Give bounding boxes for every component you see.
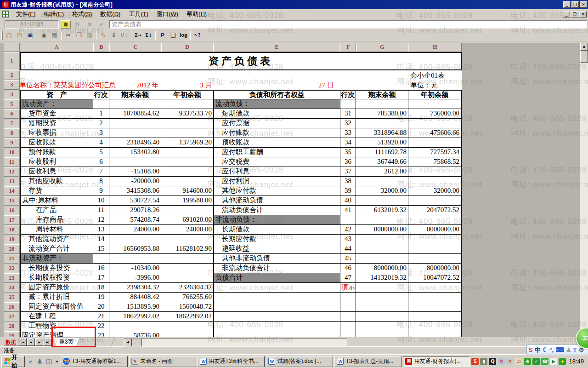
close-button[interactable]: ✕ bbox=[580, 1, 587, 8]
cell-a12[interactable]: 应收利息 bbox=[20, 167, 93, 177]
cell-d17[interactable]: 691020.00 bbox=[161, 215, 213, 225]
cell-d27[interactable]: 18622992.02 bbox=[161, 312, 213, 322]
cell-h7[interactable] bbox=[408, 119, 462, 128]
cell-f19[interactable]: 43 bbox=[340, 235, 356, 244]
network-error-icon[interactable]: ✕ bbox=[498, 358, 505, 365]
cell-g6[interactable]: 785380.00 bbox=[356, 109, 408, 119]
row-number[interactable]: 12 bbox=[4, 167, 20, 177]
page-icon[interactable]: ❏ bbox=[168, 30, 178, 40]
cell-b5[interactable] bbox=[93, 99, 109, 109]
punctuation-icon[interactable]: °, bbox=[549, 345, 554, 355]
cell-d21[interactable] bbox=[161, 254, 213, 264]
cell-h9[interactable] bbox=[408, 138, 462, 148]
cell-a21[interactable]: 非流动资产： bbox=[20, 254, 93, 264]
cell-f10[interactable]: 35 bbox=[340, 148, 356, 157]
help-icon[interactable]: ↖? bbox=[192, 30, 203, 40]
cell-h8[interactable]: 475606.66 bbox=[408, 128, 462, 138]
report-title[interactable]: 资产负债表 bbox=[20, 52, 462, 70]
cell-e25[interactable] bbox=[213, 293, 340, 302]
cell-b18[interactable]: 13 bbox=[93, 225, 109, 235]
cell-b14[interactable]: 9 bbox=[93, 186, 109, 196]
row-number[interactable]: 1 bbox=[4, 52, 20, 70]
cell-b24[interactable]: 18 bbox=[93, 283, 109, 293]
cell-b23[interactable]: 17 bbox=[93, 273, 109, 283]
cell-c8[interactable] bbox=[109, 128, 161, 138]
cell-e26[interactable] bbox=[213, 302, 340, 312]
quicklaunch-overflow-icon[interactable]: » bbox=[54, 358, 59, 364]
column-header-h[interactable]: H bbox=[408, 43, 462, 52]
menu-item-f[interactable]: 文件(F) bbox=[12, 9, 40, 19]
cell-c12[interactable]: -15108.00 bbox=[109, 167, 161, 177]
media-icon[interactable]: ▶ bbox=[550, 358, 557, 365]
cell-f16[interactable]: 41 bbox=[340, 206, 356, 215]
cell-f12[interactable]: 37 bbox=[340, 167, 356, 177]
column-header-c[interactable]: C bbox=[109, 43, 161, 52]
cell-f26[interactable] bbox=[340, 302, 356, 312]
sum-row-icon[interactable]: Σ→ bbox=[133, 30, 143, 40]
copy-icon[interactable]: ❐ bbox=[74, 30, 84, 40]
menu-item-h[interactable]: 帮助(H) bbox=[182, 9, 211, 19]
cell-e5[interactable]: 流动负债： bbox=[213, 99, 340, 109]
cell-h16[interactable]: 2047072.52 bbox=[408, 206, 462, 215]
cell-e15[interactable]: 其他流动负债 bbox=[213, 196, 340, 206]
cell-e18[interactable]: 长期借款 bbox=[213, 225, 340, 235]
tab-prev-icon[interactable]: ◀ bbox=[27, 338, 35, 346]
cell-e27[interactable] bbox=[213, 312, 340, 322]
cell-b9[interactable]: 4 bbox=[93, 138, 109, 148]
cell-a25[interactable]: 减：累计折旧 bbox=[20, 293, 93, 302]
cell-c17[interactable]: 574208.74 bbox=[109, 215, 161, 225]
header-asset[interactable]: 资 产 bbox=[20, 90, 93, 99]
cell-d19[interactable] bbox=[161, 235, 213, 244]
cell-g9[interactable]: 513920.00 bbox=[356, 138, 408, 148]
cell-d9[interactable]: 1375969.20 bbox=[161, 138, 213, 148]
cell-d25[interactable]: 766255.60 bbox=[161, 293, 213, 302]
taskbar-clock[interactable]: 18:49 bbox=[568, 358, 587, 365]
cell-d24[interactable]: 2326304.32 bbox=[161, 283, 213, 293]
row-number[interactable]: 29 bbox=[4, 331, 20, 337]
row-number[interactable]: 26 bbox=[4, 302, 20, 312]
cell-reference-box[interactable]: A1:H1@3 bbox=[5, 20, 59, 29]
cell-e22[interactable]: 非流动负债合计 bbox=[213, 264, 340, 273]
cell-c16[interactable]: 290718.26 bbox=[109, 206, 161, 215]
cell-d6[interactable]: 9337533.70 bbox=[161, 109, 213, 119]
cell-c25[interactable]: 884408.42 bbox=[109, 293, 161, 302]
cell-g17[interactable] bbox=[356, 215, 408, 225]
row-number[interactable]: 7 bbox=[4, 119, 20, 128]
cell-b27[interactable]: 21 bbox=[93, 312, 109, 322]
cell-f23[interactable]: 47 bbox=[340, 273, 356, 283]
row-number[interactable]: 27 bbox=[4, 312, 20, 322]
cell-e13[interactable]: 应付利润 bbox=[213, 177, 340, 186]
format-painter-icon[interactable]: ✎ bbox=[98, 30, 108, 40]
cell-d29[interactable] bbox=[161, 331, 213, 337]
row-number[interactable]: 17 bbox=[4, 215, 20, 225]
row-number[interactable]: 18 bbox=[4, 225, 20, 235]
cell-c7[interactable] bbox=[109, 119, 161, 128]
cell-e21[interactable]: 其他非流动负债 bbox=[213, 254, 340, 264]
cell-f21[interactable]: 45 bbox=[340, 254, 356, 264]
tab-next-icon[interactable]: ▶ bbox=[35, 338, 43, 346]
cell-e9[interactable]: 预收账款 bbox=[213, 138, 340, 148]
cell-f14[interactable]: 39 bbox=[340, 186, 356, 196]
cell-h6[interactable]: 736000.00 bbox=[408, 109, 462, 119]
cell-c6[interactable]: 10708854.62 bbox=[109, 109, 161, 119]
menu-item-e[interactable]: 编辑(E) bbox=[40, 9, 68, 19]
input-method-bar[interactable]: S中☾°,⌨♟T⚙ bbox=[526, 345, 588, 355]
cell-f29[interactable] bbox=[340, 331, 356, 337]
cell-h12[interactable] bbox=[408, 167, 462, 177]
menu-item-w[interactable]: 窗口(W) bbox=[153, 9, 182, 19]
select-all-corner[interactable] bbox=[4, 43, 20, 52]
cell-a28[interactable]: 工程物资 bbox=[20, 322, 93, 331]
cell-f25[interactable] bbox=[340, 293, 356, 302]
row-number[interactable]: 4 bbox=[4, 90, 20, 99]
cell-b29[interactable]: 23 bbox=[93, 331, 109, 337]
cell-a14[interactable]: 存货 bbox=[20, 186, 93, 196]
sheet-tab-page3[interactable]: 第3页 bbox=[52, 338, 80, 346]
function-icon[interactable]: fx bbox=[73, 20, 83, 29]
cell-c14[interactable]: 3415308.06 bbox=[109, 186, 161, 196]
report-month[interactable]: 3 月 bbox=[200, 81, 212, 90]
cell-f7[interactable]: 32 bbox=[340, 119, 356, 128]
row-number[interactable]: 3 bbox=[4, 80, 20, 90]
qq-penguin-icon[interactable]: Q bbox=[489, 358, 496, 365]
row-number[interactable]: 16 bbox=[4, 206, 20, 215]
cell-d5[interactable] bbox=[161, 99, 213, 109]
